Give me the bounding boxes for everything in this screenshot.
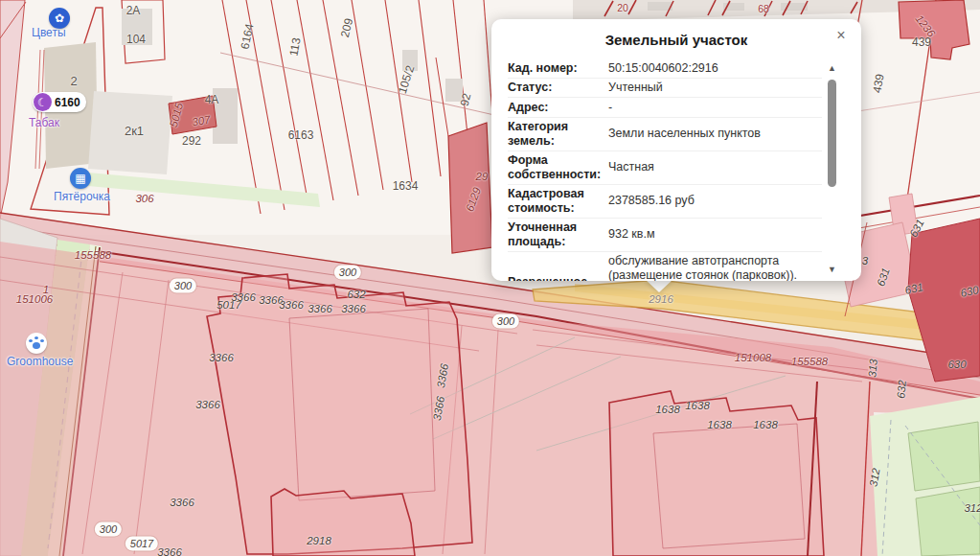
- popup-pointer: [645, 279, 673, 292]
- row-label: Форма собственности:: [508, 153, 608, 181]
- close-icon[interactable]: ×: [831, 25, 852, 46]
- popup-row: Статус:Учтенный: [508, 79, 822, 99]
- scroll-up-icon[interactable]: ▲: [825, 63, 839, 73]
- popup-rows: Кад. номер:50:15:0040602:2916Статус:Учте…: [508, 58, 822, 281]
- poi-label: Пятёрочка: [54, 190, 110, 203]
- row-value: 50:15:0040602:2916: [608, 61, 822, 76]
- row-value: 932 кв.м: [608, 227, 822, 242]
- row-label: Уточненная площадь:: [508, 220, 608, 248]
- market-icon: ▦: [70, 168, 91, 189]
- row-label: Кадастровая стоимость:: [508, 187, 608, 215]
- popup-title: Земельный участок: [491, 32, 861, 48]
- popup-row: Адрес:-: [508, 98, 822, 118]
- popup-row: Уточненная площадь:932 кв.м: [508, 219, 822, 252]
- popup-row: Кадастровая стоимость:2378585.16 руб: [508, 185, 822, 219]
- row-label: Адрес:: [508, 101, 608, 115]
- selected-parcel[interactable]: [533, 276, 980, 349]
- row-label: Кад. номер:: [508, 61, 608, 76]
- popup-row: Форма собственности:Частная: [508, 151, 822, 185]
- row-value: Учтенный: [608, 81, 822, 95]
- parcel-info-popup: Земельный участок × Кад. номер:50:15:004…: [491, 19, 861, 281]
- row-label: Статус:: [508, 81, 608, 95]
- moon-icon: ☾: [34, 93, 52, 111]
- row-value: 2378585.16 руб: [608, 194, 822, 208]
- row-value: -: [608, 101, 822, 115]
- popup-scrollbar[interactable]: ▲ ▼: [828, 65, 836, 266]
- scroll-down-icon[interactable]: ▼: [825, 265, 839, 274]
- tobacco-badge[interactable]: ☾6160: [33, 92, 86, 112]
- popup-row: Кад. номер:50:15:0040602:2916: [508, 58, 822, 79]
- poi-badge-number: 6160: [55, 96, 80, 109]
- row-label: Категория земель:: [508, 120, 608, 148]
- popup-row: Категория земель:Земли населенных пункто…: [508, 118, 822, 151]
- popup-row: Разрешенноеобслуживание автотранспорта (…: [508, 252, 822, 282]
- row-value: Частная: [608, 160, 822, 174]
- row-value: Земли населенных пунктов: [608, 127, 822, 141]
- row-label: Разрешенное: [508, 275, 608, 281]
- map-viewport[interactable]: 2А1046164113209105/2922068123643943922к1…: [0, 0, 980, 556]
- scroll-thumb[interactable]: [828, 80, 836, 187]
- row-value: обслуживание автотранспорта (размещение …: [608, 254, 822, 281]
- poi-label: Табак: [29, 116, 59, 129]
- poi-label: Цветы: [32, 26, 66, 39]
- paw-icon: [26, 333, 47, 354]
- poi-label: Groomhouse: [7, 355, 73, 368]
